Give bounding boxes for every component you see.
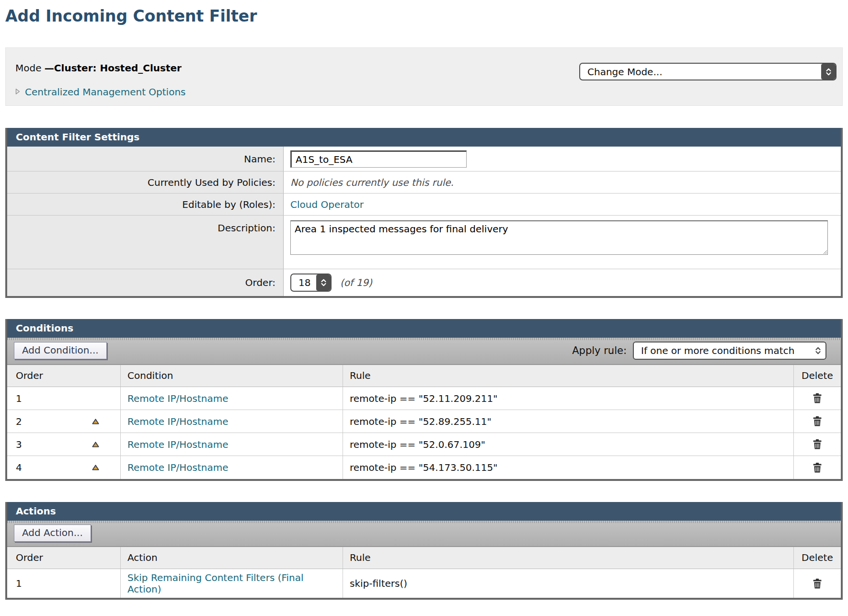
- mode-value: —Cluster: Hosted_Cluster: [45, 62, 182, 74]
- change-mode-selected-value: Change Mode...: [580, 66, 821, 78]
- conditions-section: Conditions Add Condition... Apply rule: …: [5, 319, 843, 481]
- editable-row: Editable by (Roles): Cloud Operator: [7, 194, 841, 216]
- apply-rule-label: Apply rule:: [572, 345, 627, 356]
- chevron-updown-icon: [815, 347, 821, 354]
- actions-column-headers: Order Action Rule Delete: [7, 547, 841, 569]
- condition-row: 2 Remote IP/Hostname remote-ip == "52.89…: [7, 410, 841, 433]
- trash-icon[interactable]: [813, 393, 822, 403]
- column-header-rule: Rule: [343, 547, 794, 569]
- row-order-number: 2: [16, 416, 22, 427]
- column-header-condition: Condition: [121, 365, 343, 387]
- apply-rule-select[interactable]: If one or more conditions match: [633, 342, 826, 360]
- row-rule: skip-filters(): [343, 569, 794, 598]
- name-input[interactable]: [290, 150, 467, 168]
- chevron-updown-icon: [821, 64, 836, 80]
- trash-icon[interactable]: [813, 463, 822, 473]
- row-order-number: 3: [16, 439, 22, 450]
- column-header-order: Order: [7, 547, 121, 569]
- move-up-icon[interactable]: [92, 419, 99, 424]
- chevron-updown-icon: [316, 274, 331, 291]
- action-link[interactable]: Skip Remaining Content Filters (Final Ac…: [127, 572, 336, 595]
- order-row: Order: 18 (of 19): [7, 269, 841, 296]
- page: Add Incoming Content Filter Mode —Cluste…: [5, 0, 843, 616]
- condition-link[interactable]: Remote IP/Hostname: [127, 439, 228, 450]
- condition-row: 4 Remote IP/Hostname remote-ip == "54.17…: [7, 456, 841, 479]
- add-action-button[interactable]: Add Action...: [14, 525, 91, 542]
- move-up-icon[interactable]: [92, 442, 99, 447]
- conditions-column-headers: Order Condition Rule Delete: [7, 365, 841, 387]
- order-of-total: (of 19): [340, 277, 372, 288]
- order-select[interactable]: 18: [290, 274, 332, 292]
- row-rule: remote-ip == "52.89.255.11": [343, 410, 794, 433]
- actions-toolbar: Add Action...: [7, 521, 841, 547]
- trash-icon[interactable]: [813, 439, 822, 449]
- mode-label: Mode: [15, 62, 45, 74]
- content-filter-settings-section: Content Filter Settings Name: Currently …: [5, 128, 843, 298]
- name-label: Name:: [7, 147, 284, 171]
- actions-header: Actions: [7, 502, 841, 521]
- disclosure-triangle-icon[interactable]: [15, 88, 20, 97]
- condition-row: 3 Remote IP/Hostname remote-ip == "52.0.…: [7, 433, 841, 456]
- policies-value: No policies currently use this rule.: [284, 171, 841, 193]
- apply-rule-selected-value: If one or more conditions match: [634, 345, 815, 356]
- editable-roles-link[interactable]: Cloud Operator: [290, 199, 364, 210]
- description-label: Description:: [7, 216, 284, 269]
- policies-row: Currently Used by Policies: No policies …: [7, 171, 841, 194]
- mode-panel: Mode —Cluster: Hosted_Cluster Change Mod…: [5, 47, 843, 106]
- centralized-management-row: Centralized Management Options: [15, 86, 833, 98]
- move-up-icon[interactable]: [92, 465, 99, 470]
- apply-rule-group: Apply rule: If one or more conditions ma…: [572, 342, 826, 360]
- add-condition-button[interactable]: Add Condition...: [14, 342, 107, 359]
- description-row: Description: Area 1 inspected messages f…: [7, 216, 841, 269]
- column-header-rule: Rule: [343, 365, 794, 387]
- row-order-number: 4: [16, 462, 22, 473]
- conditions-toolbar: Add Condition... Apply rule: If one or m…: [7, 338, 841, 365]
- row-rule: remote-ip == "52.11.209.211": [343, 387, 794, 410]
- editable-label: Editable by (Roles):: [7, 194, 284, 215]
- condition-link[interactable]: Remote IP/Hostname: [127, 393, 228, 404]
- condition-link[interactable]: Remote IP/Hostname: [127, 416, 228, 427]
- content-filter-settings-header: Content Filter Settings: [7, 128, 841, 147]
- trash-icon[interactable]: [813, 579, 822, 589]
- action-row: 1 Skip Remaining Content Filters (Final …: [7, 569, 841, 598]
- row-rule: remote-ip == "54.173.50.115": [343, 456, 794, 479]
- actions-table-body: 1 Skip Remaining Content Filters (Final …: [7, 569, 841, 598]
- change-mode-select[interactable]: Change Mode...: [579, 63, 837, 80]
- row-order-number: 1: [16, 578, 22, 589]
- condition-link[interactable]: Remote IP/Hostname: [127, 462, 228, 473]
- column-header-order: Order: [7, 365, 121, 387]
- column-header-delete: Delete: [794, 547, 841, 569]
- name-row: Name:: [7, 147, 841, 171]
- description-textarea[interactable]: Area 1 inspected messages for final deli…: [290, 220, 828, 255]
- policies-label: Currently Used by Policies:: [7, 171, 284, 193]
- conditions-header: Conditions: [7, 319, 841, 338]
- order-label: Order:: [7, 269, 284, 296]
- conditions-table-body: 1 Remote IP/Hostname remote-ip == "52.11…: [7, 387, 841, 479]
- page-title: Add Incoming Content Filter: [5, 7, 843, 25]
- row-rule: remote-ip == "52.0.67.109": [343, 433, 794, 456]
- trash-icon[interactable]: [813, 416, 822, 426]
- column-header-delete: Delete: [794, 365, 841, 387]
- order-selected-value: 18: [291, 277, 316, 288]
- actions-section: Actions Add Action... Order Action Rule …: [5, 502, 843, 600]
- centralized-management-options-link[interactable]: Centralized Management Options: [25, 86, 186, 98]
- row-order-number: 1: [16, 393, 22, 404]
- column-header-action: Action: [121, 547, 343, 569]
- condition-row: 1 Remote IP/Hostname remote-ip == "52.11…: [7, 387, 841, 410]
